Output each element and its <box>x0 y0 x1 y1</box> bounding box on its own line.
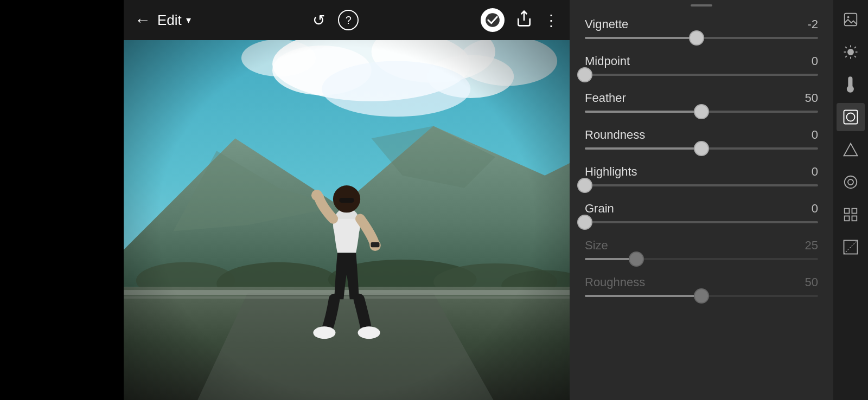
svg-rect-48 <box>845 216 850 221</box>
slider-roundness[interactable]: Roundness 0 <box>570 119 833 156</box>
share-button[interactable] <box>515 10 533 31</box>
slider-midpoint[interactable]: Midpoint 0 <box>570 46 833 82</box>
slider-track[interactable] <box>585 258 818 260</box>
slider-highlights[interactable]: Highlights 0 <box>570 156 833 193</box>
slider-label: Grain <box>585 202 614 216</box>
slider-vignette[interactable]: Vignette -2 <box>570 9 833 46</box>
slider-label: Roughness <box>585 275 645 289</box>
slider-thumb[interactable] <box>577 215 592 230</box>
slider-header: Midpoint 0 <box>585 54 818 68</box>
slider-track[interactable] <box>585 147 818 150</box>
slider-value: 0 <box>812 54 818 68</box>
slider-fill <box>585 147 701 150</box>
slider-track[interactable] <box>585 111 818 113</box>
toolbar: ← Edit ▾ ↺ ? ⋮ <box>124 0 570 40</box>
svg-rect-29 <box>124 40 570 400</box>
slider-label: Vignette <box>585 17 628 31</box>
slider-thumb[interactable] <box>694 141 709 156</box>
slider-label: Highlights <box>585 165 637 179</box>
slider-value: 50 <box>805 91 818 105</box>
slider-track[interactable] <box>585 295 818 297</box>
back-button[interactable]: ← <box>135 11 151 29</box>
svg-line-36 <box>854 56 856 57</box>
toolbar-right: ⋮ <box>481 8 559 32</box>
hsl-icon[interactable] <box>837 168 865 196</box>
svg-rect-30 <box>845 14 857 26</box>
slider-label: Midpoint <box>585 54 630 68</box>
confirm-button[interactable] <box>481 8 505 32</box>
left-panel <box>0 0 124 400</box>
undo-button[interactable]: ↺ <box>312 11 325 29</box>
brightness-icon[interactable] <box>837 38 865 66</box>
svg-point-32 <box>848 49 853 55</box>
right-panel: Vignette -2 Midpoint 0 Feather 50 <box>570 0 868 400</box>
svg-line-39 <box>845 56 847 57</box>
vignette-icon[interactable] <box>837 103 865 131</box>
edit-title[interactable]: Edit ▾ <box>157 12 191 29</box>
slider-value: 0 <box>812 165 818 179</box>
slider-label: Feather <box>585 91 626 105</box>
slider-grain[interactable]: Grain 0 <box>570 193 833 230</box>
slider-thumb[interactable] <box>694 104 709 119</box>
slider-roughness[interactable]: Roughness 50 <box>570 267 833 304</box>
svg-rect-46 <box>845 209 850 214</box>
photo-area <box>124 40 570 400</box>
slider-header: Grain 0 <box>585 202 818 216</box>
slider-value: 25 <box>805 238 818 253</box>
curves-icon[interactable] <box>837 233 865 261</box>
slider-feather[interactable]: Feather 50 <box>570 82 833 119</box>
svg-rect-41 <box>844 111 858 124</box>
slider-thumb[interactable] <box>694 288 709 304</box>
photo-image <box>124 40 570 400</box>
svg-rect-49 <box>852 216 857 221</box>
slider-thumb[interactable] <box>577 178 592 193</box>
slider-fill <box>585 37 697 39</box>
svg-marker-43 <box>844 144 858 156</box>
slider-size[interactable]: Size 25 <box>570 230 833 267</box>
svg-point-44 <box>845 176 857 189</box>
image-icon[interactable] <box>837 5 865 34</box>
sliders-container: Vignette -2 Midpoint 0 Feather 50 <box>570 9 833 304</box>
slider-track[interactable] <box>585 184 818 186</box>
slider-value: 0 <box>812 202 818 216</box>
slider-track[interactable] <box>585 221 818 223</box>
slider-thumb[interactable] <box>629 251 644 267</box>
icon-sidebar-items <box>837 5 865 261</box>
slider-label: Roundness <box>585 128 645 142</box>
svg-line-40 <box>854 47 856 48</box>
slider-track[interactable] <box>585 74 818 76</box>
slider-thumb[interactable] <box>577 67 592 82</box>
slider-header: Roundness 0 <box>585 128 818 142</box>
icon-sidebar <box>833 0 868 400</box>
toolbar-left: ← Edit ▾ <box>135 11 191 29</box>
slider-fill <box>585 295 701 297</box>
toolbar-center: ↺ ? <box>312 10 359 30</box>
svg-line-35 <box>845 47 847 48</box>
scroll-dot <box>691 4 712 7</box>
slider-label: Size <box>585 238 608 253</box>
more-button[interactable]: ⋮ <box>544 11 559 29</box>
temperature-icon[interactable] <box>837 70 865 99</box>
slider-fill <box>585 111 701 113</box>
svg-line-51 <box>844 241 858 254</box>
center-panel: ← Edit ▾ ↺ ? ⋮ <box>124 0 570 400</box>
svg-point-45 <box>848 179 853 185</box>
help-button[interactable]: ? <box>338 10 359 30</box>
slider-value: -2 <box>807 17 818 31</box>
slider-header: Highlights 0 <box>585 165 818 179</box>
scroll-indicator <box>570 0 833 9</box>
slider-thumb[interactable] <box>689 30 704 46</box>
slider-value: 50 <box>805 275 818 289</box>
slider-header: Vignette -2 <box>585 17 818 31</box>
settings-panel: Vignette -2 Midpoint 0 Feather 50 <box>570 0 833 400</box>
selective-icon[interactable] <box>837 136 865 164</box>
slider-header: Roughness 50 <box>585 275 818 289</box>
slider-value: 0 <box>812 128 818 142</box>
slider-track[interactable] <box>585 37 818 39</box>
slider-header: Feather 50 <box>585 91 818 105</box>
photo-content <box>124 40 570 400</box>
svg-point-42 <box>847 113 855 121</box>
svg-point-31 <box>847 16 850 18</box>
svg-rect-47 <box>852 209 857 214</box>
effects-icon[interactable] <box>837 201 865 229</box>
